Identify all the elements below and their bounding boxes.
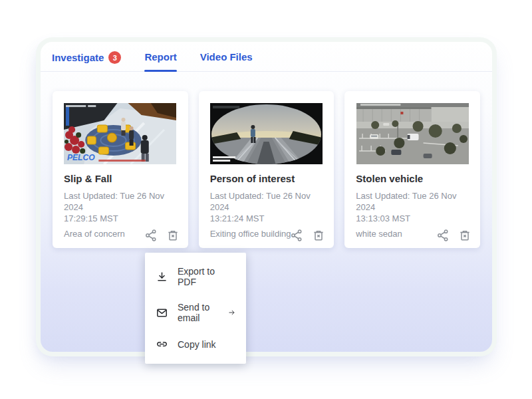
card-actions xyxy=(290,229,325,242)
menu-item-export-pdf[interactable]: Export to PDF xyxy=(145,259,246,295)
card-updated: Last Updated: Tue 26 Nov 2024 13:13:03 M… xyxy=(356,190,469,224)
tab-investigate[interactable]: Investigate 3 xyxy=(52,51,121,72)
menu-item-label: Send to email xyxy=(178,302,213,323)
download-icon xyxy=(156,271,168,283)
delete-icon[interactable] xyxy=(312,229,325,242)
person-of-interest-thumbnail xyxy=(210,103,323,164)
delete-icon[interactable] xyxy=(458,229,471,242)
tab-video-files[interactable]: Video Files xyxy=(200,51,253,70)
menu-item-label: Copy link xyxy=(178,339,216,350)
tab-bar: Investigate 3 Report Video Files xyxy=(41,42,492,72)
card-updated: Last Updated: Tue 26 Nov 2024 17:29:15 M… xyxy=(64,190,177,224)
tab-report-label: Report xyxy=(144,51,176,63)
tab-video-files-label: Video Files xyxy=(200,51,253,63)
context-menu: Export to PDF Send to email Copy link xyxy=(145,253,246,364)
card-title: Slip & Fall xyxy=(64,173,177,184)
share-icon[interactable] xyxy=(144,229,158,242)
tab-investigate-label: Investigate xyxy=(52,52,104,63)
email-icon xyxy=(156,307,168,319)
card-title: Stolen vehicle xyxy=(356,173,469,184)
card-title: Person of interest xyxy=(210,173,323,184)
slip-fall-thumbnail: PELCO xyxy=(64,103,176,164)
report-panel: Investigate 3 Report Video Files xyxy=(41,42,492,352)
share-icon[interactable] xyxy=(290,229,303,242)
tab-report[interactable]: Report xyxy=(144,51,176,70)
menu-item-send-email[interactable]: Send to email xyxy=(145,295,246,331)
report-card-stolen-vehicle[interactable]: Stolen vehicle Last Updated: Tue 26 Nov … xyxy=(344,91,480,248)
report-cards-row: PELCO Slip & Fall Last Updated: Tue 26 N… xyxy=(41,91,492,248)
link-icon xyxy=(156,338,168,350)
menu-item-copy-link[interactable]: Copy link xyxy=(145,331,246,358)
card-updated: Last Updated: Tue 26 Nov 2024 13:21:24 M… xyxy=(210,190,323,224)
report-card-person-of-interest[interactable]: Person of interest Last Updated: Tue 26 … xyxy=(199,91,334,248)
card-actions xyxy=(436,229,471,242)
card-actions xyxy=(144,229,180,242)
pelco-watermark: PELCO xyxy=(67,153,95,162)
share-icon[interactable] xyxy=(436,229,450,242)
investigate-count-badge: 3 xyxy=(108,51,121,64)
menu-item-label: Export to PDF xyxy=(178,266,235,287)
report-card-slip-fall[interactable]: PELCO Slip & Fall Last Updated: Tue 26 N… xyxy=(53,91,188,248)
arrow-right-icon xyxy=(228,307,235,319)
stolen-vehicle-thumbnail xyxy=(356,103,469,164)
delete-icon[interactable] xyxy=(166,229,180,242)
